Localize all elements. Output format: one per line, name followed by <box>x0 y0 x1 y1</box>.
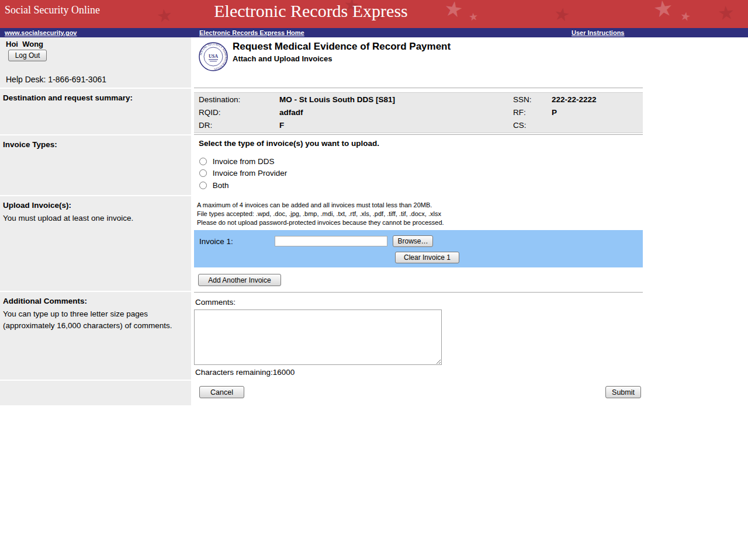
dr-label: DR: <box>199 121 212 130</box>
divider <box>194 134 643 135</box>
ssn-value: 222-22-2222 <box>552 95 597 104</box>
clear-invoice-1-button[interactable]: Clear Invoice 1 <box>395 252 459 263</box>
destination-label: Destination: <box>199 95 240 104</box>
top-banner: ★ ★ ★ ★ ★ ★ ★ ★ ★ Social Security Online… <box>0 0 748 28</box>
invoice-upload-box: Invoice 1: Browse… Clear Invoice 1 <box>194 230 643 267</box>
upload-rule-max: A maximum of 4 invoices can be added and… <box>197 201 432 208</box>
upload-section-label: Upload Invoice(s): <box>3 201 71 210</box>
invoice-1-label: Invoice 1: <box>199 237 233 246</box>
comments-section-note: You can type up to three letter size pag… <box>3 308 184 332</box>
sidebar-section-upload: Upload Invoice(s): You must upload at le… <box>0 196 191 292</box>
nav-link-socialsecurity-gov[interactable]: www.socialsecurity.gov <box>5 29 77 36</box>
rqid-label: RQID: <box>199 108 221 117</box>
sidebar-footer-strip <box>0 381 191 405</box>
cancel-button[interactable]: Cancel <box>199 386 244 398</box>
nav-link-ere-home[interactable]: Electronic Records Express Home <box>199 29 304 36</box>
logout-button[interactable]: Log Out <box>8 50 47 61</box>
sidebar-section-invoice-types: Invoice Types: <box>0 135 191 196</box>
page-subtitle: Attach and Upload Invoices <box>233 54 332 63</box>
cs-label: CS: <box>513 121 527 130</box>
upload-rule-types: File types accepted: .wpd, .doc, .jpg, .… <box>197 210 441 217</box>
invoice-type-prompt: Select the type of invoice(s) you want t… <box>199 139 379 148</box>
nav-bar: www.socialsecurity.gov Electronic Record… <box>0 28 748 38</box>
upload-section-note: You must upload at least one invoice. <box>3 213 184 224</box>
radio-invoice-from-dds[interactable] <box>199 158 207 165</box>
help-desk-text: Help Desk: 1-866-691-3061 <box>6 75 106 84</box>
ssa-seal-logo: SOCIAL SECURITY ADMINISTRATION USA <box>199 42 228 71</box>
radio-label: Invoice from Provider <box>213 169 288 178</box>
banner-star-icon: ★ <box>717 3 735 23</box>
radio-invoice-from-provider[interactable] <box>199 169 207 177</box>
invoice-type-option: Invoice from DDS <box>199 157 275 166</box>
main-content: SOCIAL SECURITY ADMINISTRATION USA Reque… <box>191 37 748 560</box>
invoice-type-option: Both <box>199 181 229 190</box>
comments-textarea[interactable] <box>194 309 442 365</box>
radio-label: Invoice from DDS <box>213 157 275 166</box>
submit-button[interactable]: Submit <box>605 386 641 398</box>
destination-value: MO - St Louis South DDS [S81] <box>279 95 395 104</box>
destination-section-label: Destination and request summary: <box>3 93 133 102</box>
browse-button[interactable]: Browse… <box>393 235 433 247</box>
divider <box>194 88 643 88</box>
invoice-types-section-label: Invoice Types: <box>3 140 57 149</box>
radio-label: Both <box>213 181 229 190</box>
banner-star-icon: ★ <box>679 10 691 23</box>
ssn-label: SSN: <box>513 95 532 104</box>
upload-rule-password: Please do not upload password-protected … <box>197 219 444 226</box>
banner-star-icon: ★ <box>652 0 675 21</box>
request-summary-box: Destination: MO - St Louis South DDS [S8… <box>194 92 643 133</box>
radio-both[interactable] <box>199 182 207 189</box>
comments-label: Comments: <box>195 298 236 307</box>
rqid-value: adfadf <box>279 108 303 117</box>
invoice-type-option: Invoice from Provider <box>199 169 287 178</box>
rf-label: RF: <box>513 108 526 117</box>
sidebar: Hoi Wong Log Out Help Desk: 1-866-691-30… <box>0 37 191 405</box>
sidebar-user-section: Hoi Wong Log Out Help Desk: 1-866-691-30… <box>0 37 191 89</box>
divider <box>194 292 643 293</box>
add-another-invoice-button[interactable]: Add Another Invoice <box>198 274 281 286</box>
nav-link-user-instructions[interactable]: User Instructions <box>572 29 624 36</box>
sidebar-section-destination: Destination and request summary: <box>0 89 191 135</box>
dr-value: F <box>279 121 284 130</box>
page-title: Request Medical Evidence of Record Payme… <box>233 41 451 53</box>
user-name: Hoi Wong <box>6 40 43 48</box>
app-title: Electronic Records Express <box>0 1 622 21</box>
sidebar-section-comments: Additional Comments: You can type up to … <box>0 292 191 381</box>
characters-remaining-text: Characters remaining:16000 <box>195 368 295 377</box>
rf-value: P <box>552 108 557 117</box>
invoice-1-file-input[interactable] <box>275 236 387 246</box>
comments-section-label: Additional Comments: <box>3 297 87 305</box>
seal-center-text: USA <box>209 54 218 59</box>
